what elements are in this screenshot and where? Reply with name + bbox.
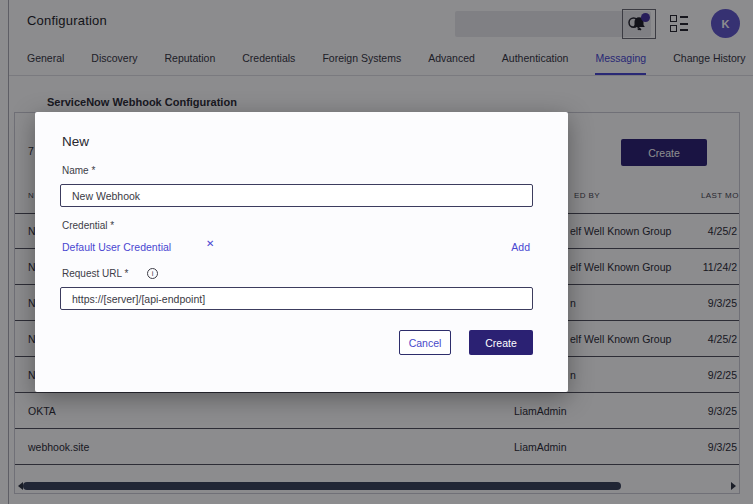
name-field[interactable] [60,184,533,207]
info-icon: i [147,268,158,279]
dialog-title: New [62,134,89,149]
request-url-label: Request URL * [62,268,128,279]
remove-credential-icon[interactable]: ✕ [206,238,214,249]
credential-label: Credential * [62,220,114,231]
selected-credential-link[interactable]: Default User Credential [62,241,171,253]
name-label: Name * [62,165,95,176]
request-url-field[interactable] [60,287,533,310]
add-credential-link[interactable]: Add [511,241,530,253]
dialog-create-button[interactable]: Create [469,330,533,355]
new-webhook-dialog: New Name * Credential * Default User Cre… [35,112,568,392]
cancel-button[interactable]: Cancel [399,330,451,355]
